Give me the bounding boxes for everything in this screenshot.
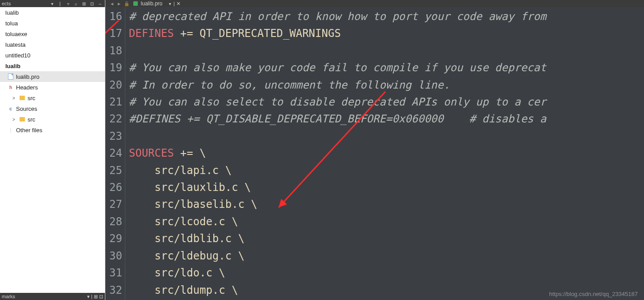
bookmarks-title: marks xyxy=(2,294,87,299)
chevron-right-icon: > xyxy=(12,96,18,101)
editor-area: ◄ ► 🔓 lualib.pro ▾ | ✕ 16 17 18 19 20 21… xyxy=(105,0,644,300)
tree-item-label: toluaexe xyxy=(5,31,27,37)
project-sidebar: ects ▾ | ▿ ⌕ ⊞ ⊡ – lualibtoluatoluaexelu… xyxy=(0,0,105,300)
other-files-icon xyxy=(7,126,14,134)
tree-item[interactable]: untitled10 xyxy=(0,50,105,61)
tree-item[interactable]: >src xyxy=(0,93,105,103)
nav-back-icon[interactable]: ◄ xyxy=(110,1,114,6)
divider-icon: | xyxy=(91,294,92,299)
tree-item[interactable]: lualib xyxy=(0,7,105,18)
split-icon[interactable]: ⊞ xyxy=(94,294,98,299)
divider-icon: | xyxy=(57,0,63,7)
tree-item-label: lualib xyxy=(5,9,19,16)
lock-icon[interactable]: 🔓 xyxy=(124,1,129,6)
link-icon[interactable]: ⌕ xyxy=(73,0,79,7)
tab-dropdown-icon[interactable]: ▾ xyxy=(166,1,174,6)
tree-item-label: src xyxy=(28,95,35,101)
tree-item[interactable]: luatesta xyxy=(0,39,105,50)
watermark-text: https://blog.csdn.net/qq_23345187 xyxy=(549,291,638,297)
nav-fwd-icon[interactable]: ► xyxy=(117,1,121,6)
code-editor[interactable]: 16 17 18 19 20 21 22 23 24 25 26 27 28 2… xyxy=(105,7,644,300)
pro-file-icon xyxy=(133,1,138,6)
tree-item-label: tolua xyxy=(5,20,18,27)
sidebar-bottom-bar: marks ▾ | ⊞ ⊡ xyxy=(0,293,105,300)
minimize-icon[interactable]: – xyxy=(97,0,103,7)
expand-icon[interactable]: ⊡ xyxy=(99,294,103,299)
tree-item-label: luatesta xyxy=(5,41,26,48)
sidebar-top-bar: ects ▾ | ▿ ⌕ ⊞ ⊡ – xyxy=(0,0,105,7)
headers-icon xyxy=(7,84,14,91)
tree-item[interactable]: Sources xyxy=(0,103,105,114)
tree-item[interactable]: >src xyxy=(0,114,105,125)
chevron-right-icon: > xyxy=(12,117,18,122)
editor-tab[interactable]: lualib.pro xyxy=(129,0,166,7)
tree-item-label: Other files xyxy=(16,127,42,134)
tree-item[interactable]: lualib.pro xyxy=(0,71,105,82)
tree-item[interactable]: lualib xyxy=(0,61,105,71)
filter-icon[interactable]: ▿ xyxy=(65,0,71,7)
tree-item-label: lualib xyxy=(5,63,20,69)
tab-close-icon[interactable]: ✕ xyxy=(175,1,182,7)
code-content[interactable]: # deprecated API in order to know how to… xyxy=(125,7,644,300)
tree-item-label: lualib.pro xyxy=(16,73,40,80)
expand-icon[interactable]: ⊡ xyxy=(89,0,95,7)
chevron-down-icon[interactable]: ▾ xyxy=(87,294,90,299)
line-number-gutter: 16 17 18 19 20 21 22 23 24 25 26 27 28 2… xyxy=(105,7,125,300)
project-tree[interactable]: lualibtoluatoluaexeluatestauntitled10lua… xyxy=(0,7,105,293)
editor-tabbar: ◄ ► 🔓 lualib.pro ▾ | ✕ xyxy=(105,0,644,7)
pro-file-icon xyxy=(7,73,14,80)
tree-item-label: src xyxy=(28,116,35,123)
chevron-down-icon[interactable]: ▾ xyxy=(49,0,55,7)
tree-item[interactable]: tolua xyxy=(0,18,105,28)
folder-icon xyxy=(19,94,26,101)
split-icon[interactable]: ⊞ xyxy=(81,0,87,7)
tree-item-label: Headers xyxy=(16,84,38,91)
svg-rect-0 xyxy=(133,1,138,6)
tree-item-label: untitled10 xyxy=(5,52,30,59)
tab-label: lualib.pro xyxy=(141,0,163,7)
sources-icon xyxy=(7,105,14,112)
tree-item[interactable]: Other files xyxy=(0,125,105,135)
tree-item[interactable]: Headers xyxy=(0,82,105,93)
tree-item-label: Sources xyxy=(16,105,37,112)
folder-icon xyxy=(19,116,26,123)
sidebar-title: ects xyxy=(2,1,49,6)
tree-item[interactable]: toluaexe xyxy=(0,28,105,39)
